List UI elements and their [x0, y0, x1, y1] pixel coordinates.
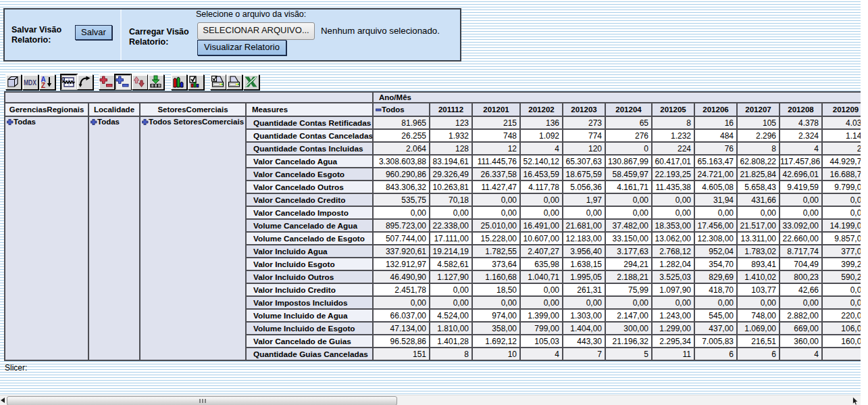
- svg-text:MDX: MDX: [24, 78, 37, 87]
- svg-text:Z: Z: [41, 82, 45, 89]
- svg-text:0: 0: [61, 76, 65, 82]
